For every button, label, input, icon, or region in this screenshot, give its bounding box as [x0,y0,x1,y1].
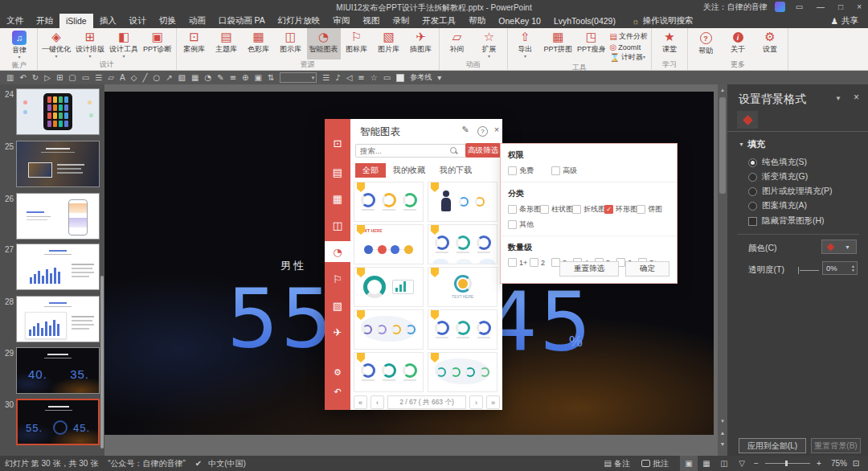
plus-icon[interactable]: ⊕ [242,71,248,84]
share-button[interactable]: ♟ 共享 [831,14,868,28]
ribbon-button-导出[interactable]: ⇧导出▾ [510,28,542,63]
scrollbar-thumb[interactable] [719,97,726,194]
chart-icon[interactable]: ◔ [205,71,212,84]
fill-section-header[interactable]: ▼填充 [739,138,765,150]
tab-LvyhTools(0429)[interactable]: LvyhTools(0429) [547,14,622,28]
ribbon-button-一键优化[interactable]: ◈一键优化▾ [39,28,73,59]
bullets-icon[interactable]: ☰ [322,71,330,84]
ribbon-button-案例库[interactable]: ⊡案例库 [178,28,211,59]
slide-thumbnail-27[interactable] [16,244,100,290]
slide-thumbnail-26[interactable] [16,193,100,240]
tab-文件[interactable]: 文件 [0,14,30,28]
notes-button[interactable]: ▤备注 [604,458,630,469]
chart-template-card[interactable] [428,352,497,392]
ribbon-button-PPT瘦身[interactable]: ◳PPT瘦身 [575,28,608,63]
normal-view-button[interactable]: ▣ [680,456,698,471]
language-indicator[interactable]: 中文(中国) [208,458,246,469]
slide-thumbnail-25[interactable] [16,141,100,187]
spellcheck-icon[interactable]: ✔ [195,459,202,468]
filter-checkbox-条形图[interactable]: 条形图 [508,204,540,215]
minimize-button[interactable]: — [813,0,828,14]
tab-动画[interactable]: 动画 [182,14,212,28]
slide-thumbnail-24[interactable] [16,88,100,135]
ribbon-display-options-icon[interactable]: ▭ [792,0,806,14]
new-slide-icon[interactable]: ⊞ [56,71,63,84]
ribbon-button-主题库[interactable]: ▤主题库 [211,28,243,59]
tab-幻灯片放映[interactable]: 幻灯片放映 [272,14,327,28]
advanced-filter-button[interactable]: 高级筛选 [465,143,501,158]
zoom-slider[interactable] [765,463,810,464]
ribbon-button-音律[interactable]: ♫音律▾ [3,28,35,60]
restore-button[interactable]: □ [835,0,846,14]
fill-option-3[interactable]: 图片或纹理填充(P) [748,186,833,197]
transparency-spinner[interactable]: 0%▲▼ [822,261,858,275]
tab-插入[interactable]: 插入 [93,14,123,28]
previous-slide-icon[interactable]: ▲ [718,430,727,436]
arrow-icon[interactable]: ↗ [166,71,172,84]
font-color-icon[interactable]: A [120,71,125,84]
comments-button[interactable]: 批注 [641,458,669,469]
panel-close-icon[interactable]: × [854,92,859,103]
color-picker-button[interactable]: ▼ [821,240,857,254]
ribbon-button-设置[interactable]: ⚙设置 [754,28,786,59]
spinner-arrows-icon[interactable]: ▲▼ [851,264,857,272]
filter-checkbox-柱状图[interactable]: 柱状图 [540,204,572,215]
reading-view-button[interactable]: ◫ [715,456,733,471]
circle-icon[interactable]: ○ [153,71,160,84]
color-library-icon[interactable]: ▦ [325,188,350,209]
box-icon[interactable]: ▣ [254,71,261,84]
tab-切换[interactable]: 切换 [153,14,182,28]
first-page-button[interactable]: « [354,395,367,409]
ribbon-button-色彩库[interactable]: ▦色彩库 [243,28,275,59]
confirm-button[interactable]: 确定 [625,261,669,276]
zoom-percentage[interactable]: 75% [825,459,847,468]
tab-视图[interactable]: 视图 [356,14,386,28]
chart-template-card[interactable] [354,309,424,350]
tab-审阅[interactable]: 审阅 [326,14,356,28]
smart-chart-library-icon[interactable]: ◔ [325,241,350,262]
tab-OneKey 10[interactable]: OneKey 10 [492,14,547,28]
ribbon-button-图示库[interactable]: ◫图示库 [275,28,307,59]
filter-checkbox-免费[interactable]: 免费 [508,166,551,176]
chart-template-card[interactable] [354,267,424,307]
zoom-in-button[interactable]: + [813,456,825,471]
zoom-out-button[interactable]: − [751,456,762,471]
dialog-tab-我的收藏[interactable]: 我的收藏 [386,163,432,178]
redo-icon[interactable]: ↻ [32,71,39,84]
toolbar-overflow-icon[interactable]: ▾ [437,71,441,84]
slideshow-icon[interactable]: ▷ [44,71,51,84]
screen-icon[interactable]: ▢ [68,71,76,84]
highlight-icon[interactable]: ◇ [131,71,137,84]
tab-iSlide[interactable]: iSlide [59,14,93,28]
transparency-slider[interactable] [800,270,819,271]
star-icon[interactable]: ☆ [371,71,378,84]
settings-icon[interactable]: ⚙ [325,362,350,383]
ribbon-button-课堂[interactable]: ★课堂 [653,28,686,59]
edit-pencil-icon[interactable]: ✎ [460,125,471,135]
ribbon-button-计时器[interactable]: ⌛计时器 ▾ [610,52,648,63]
scroll-up-icon[interactable]: ▴ [718,87,727,93]
fill-bucket-tab[interactable] [737,111,758,129]
chart-template-card[interactable]: TEXT HERE [354,224,424,264]
pen-icon[interactable]: ✎ [217,71,223,84]
filter-checkbox-1+[interactable]: 1+ [508,258,530,267]
search-icon[interactable] [450,147,457,154]
fill-option-4[interactable]: 图案填充(A) [748,200,807,211]
fit-to-window-icon[interactable]: ⊡ [847,456,865,471]
textbox-icon[interactable]: ▭ [82,71,89,84]
slide-thumbnail-28[interactable] [16,296,100,342]
slideshow-view-button[interactable]: ▽ [733,456,751,471]
dialog-tab-全部[interactable]: 全部 [355,163,386,178]
apply-to-all-button[interactable]: 应用到全部(L) [739,438,806,453]
ribbon-button-智能图表[interactable]: ◔智能图表 [307,28,341,59]
previous-page-button[interactable]: ‹ [371,395,384,409]
ribbon-button-PPT诊断[interactable]: ▣PPT诊断 [141,28,174,59]
swap-icon[interactable]: ⇅ [268,71,274,84]
reset-filter-button[interactable]: 重置筛选 [559,261,619,276]
table-icon[interactable]: ▦ [191,71,199,84]
case-library-icon[interactable]: ⊡ [325,133,350,154]
save-icon[interactable]: ▥ [6,71,14,84]
ribbon-button-补间[interactable]: ▱补间 [441,28,473,59]
tab-开发工具[interactable]: 开发工具 [416,14,462,28]
account-avatar[interactable] [775,2,785,12]
